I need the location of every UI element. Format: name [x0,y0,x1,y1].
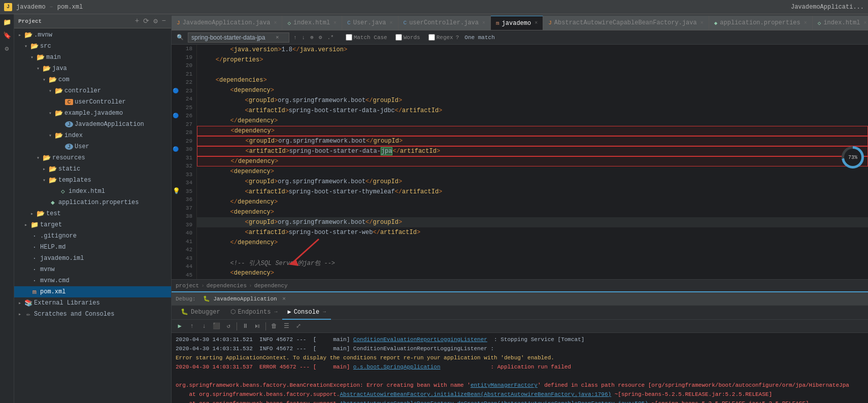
code-editor: 18 19 20 21 22 🔵 23 24 25 🔵 26 27 28 29 [172,45,868,279]
class-link-1[interactable]: ConditionEvaluationReportLoggingListener [353,337,487,343]
tab-close[interactable]: × [535,20,538,26]
tree-item-mvnw[interactable]: ▸ 📂 .mvnw [14,29,171,41]
clear-btn[interactable]: 🗑 [269,321,279,331]
match-count: One match [464,35,494,41]
console-line-3: Error starting ApplicationContext. To di… [176,353,864,362]
code-content[interactable]: <java.version>1.8</java.version> </prope… [197,45,868,279]
regex-option[interactable]: Regex ? [426,33,462,41]
breadcrumb-project[interactable]: project [176,283,199,289]
class-link-3[interactable]: entityManagerFactory [471,382,538,388]
tab-debugger[interactable]: 🐛 Debugger [176,306,225,320]
tab-user[interactable]: C User.java × [342,16,398,30]
class-link-4[interactable]: AbstractAutowireBeanFactory.initializeBe… [340,391,611,397]
tab-javademoapplication[interactable]: J JavademoApplication.java × [172,16,282,30]
tab-index2[interactable]: ◇ index.html × [813,16,868,30]
sidebar-close-btn[interactable]: − [161,17,167,25]
breadcrumb-dependencies[interactable]: dependencies [207,283,247,289]
next-match-btn[interactable]: ↓ [301,35,307,41]
find-all-btn[interactable]: ⊕ [309,34,315,41]
run-btn[interactable]: ▶ [175,321,185,331]
window-controls: JavademoApplicati... [791,4,864,11]
breadcrumb-dependency[interactable]: dependency [254,283,288,289]
tree-item-mvnw-file[interactable]: · mvnw [14,264,171,275]
tab-close[interactable]: × [700,20,704,26]
console-line-1: 2020-04-30 14:03:31.521 INFO 45672 --- [… [176,335,864,344]
words-option[interactable]: Words [393,33,423,41]
settings2-btn[interactable]: ☰ [281,321,291,331]
scroll-down-btn[interactable]: ↓ [199,321,209,331]
structure-icon[interactable]: ⚙ [1,43,13,55]
words-checkbox[interactable] [395,34,402,41]
restart-btn[interactable]: ↺ [223,321,233,331]
search-input[interactable] [191,34,273,41]
project-icon[interactable]: 📁 [1,16,13,28]
prev-match-btn[interactable]: ↑ [292,35,298,41]
tree-item-help[interactable]: · HELP.md [14,242,171,253]
tree-item-user[interactable]: J User [14,141,171,152]
tree-item-javademoapplication[interactable]: J JavademoApplication [14,119,171,130]
tree-item-resources[interactable]: ▾ 📂 resources [14,152,171,163]
tree-item-scratches[interactable]: ▸ ✏ Scratches and Consoles [14,309,171,320]
tree-item-src[interactable]: ▾ 📂 src [14,41,171,52]
code-line-24: <artifactId>spring-boot-starter-data-jdb… [197,106,868,116]
console-line-8: at org.springframework.beans.factory.sup… [176,399,864,403]
regex-checkbox[interactable] [428,34,435,41]
tab-close[interactable]: × [390,20,393,26]
tab-close[interactable]: × [804,20,807,26]
filter-btn[interactable]: ⚙ [318,34,323,41]
resume-btn[interactable]: ⏯ [252,321,262,331]
code-line-40: <dependency> [197,268,868,278]
debug-session-tab[interactable]: 🐛 JavademoApplication × [200,295,289,302]
expand-btn[interactable]: ⤢ [293,321,304,331]
tab-app-props[interactable]: ◆ application.properties × [709,16,813,30]
tree-item-example[interactable]: ▾ 📂 example.javademo [14,108,171,119]
scroll-up-btn[interactable]: ↑ [187,321,197,331]
tab-usercontroller[interactable]: C userController.java × [398,16,491,30]
tab-label: AbstractAutowireCapableBeanFactory.java [554,19,697,26]
stop-btn[interactable]: ⬛ [211,321,221,331]
tree-item-gitignore[interactable]: · .gitignore [14,230,171,242]
tree-item-com[interactable]: ▾ 📂 com [14,74,171,85]
line-45: 45 [172,271,196,280]
tab-close[interactable]: × [482,20,485,26]
class-link-2[interactable]: o.s.boot.SpringApplication [353,364,441,370]
tree-item-index-pkg[interactable]: ▾ 📂 index [14,130,171,141]
tree-item-index-html[interactable]: ◇ index.html [14,186,171,197]
sidebar-sync-btn[interactable]: ⟳ [142,17,150,25]
scroll-indicator: 73% [842,146,864,169]
class-link-5[interactable]: AbstractAutowireCapableBeanFactory.doCre… [340,400,648,403]
tab-abstractfactory[interactable]: J AbstractAutowireCapableBeanFactory.jav… [543,16,709,30]
tree-item-static[interactable]: ▸ 📂 static [14,163,171,175]
tree-item-app-props[interactable]: ◆ application.properties [14,197,171,208]
tree-item-pom-xml[interactable]: m pom.xml [14,286,171,297]
tree-item-javademo-iml[interactable]: · javademo.iml [14,253,171,264]
tab-console[interactable]: ▶ Console → [282,306,331,320]
tab-close[interactable]: × [333,20,337,26]
tree-item-target[interactable]: ▸ 📁 target [14,219,171,230]
code-line-33: </dependency> [197,197,868,207]
sidebar-settings-btn[interactable]: ⚙ [152,17,158,25]
tree-item-mvnw-cmd[interactable]: · mvnw.cmd [14,275,171,286]
tab-close[interactable]: × [863,20,866,26]
tree-item-java[interactable]: ▾ 📂 java [14,63,171,74]
tab-index-html[interactable]: ◇ index.html × [282,16,342,30]
regex-btn[interactable]: .* [326,35,335,41]
endpoints-icon: ⬡ [230,308,236,316]
tree-item-external-libraries[interactable]: ▸ 📚 External Libraries [14,297,171,309]
tree-item-main[interactable]: ▾ 📂 main [14,52,171,63]
match-case-option[interactable]: Match Case [343,33,390,41]
tree-item-controller[interactable]: ▾ 📂 controller [14,85,171,96]
pause-btn[interactable]: ⏸ [240,321,250,331]
tree-item-test[interactable]: ▸ 📂 test [14,208,171,219]
clear-search-btn[interactable]: × [275,35,280,41]
java2-icon: J [548,20,552,26]
tree-item-userController[interactable]: C userController [14,96,171,108]
bookmark-icon[interactable]: 🔖 [1,29,13,42]
match-case-checkbox[interactable] [346,34,352,41]
tree-item-templates[interactable]: ▾ 📂 templates [14,175,171,186]
tab-close[interactable]: × [274,20,277,26]
sidebar-add-btn[interactable]: + [134,17,140,25]
tab-endpoints[interactable]: ⬡ Endpoints → [225,306,283,320]
debug-session-close[interactable]: × [282,296,286,302]
tab-javademo[interactable]: m javademo × [491,16,543,30]
